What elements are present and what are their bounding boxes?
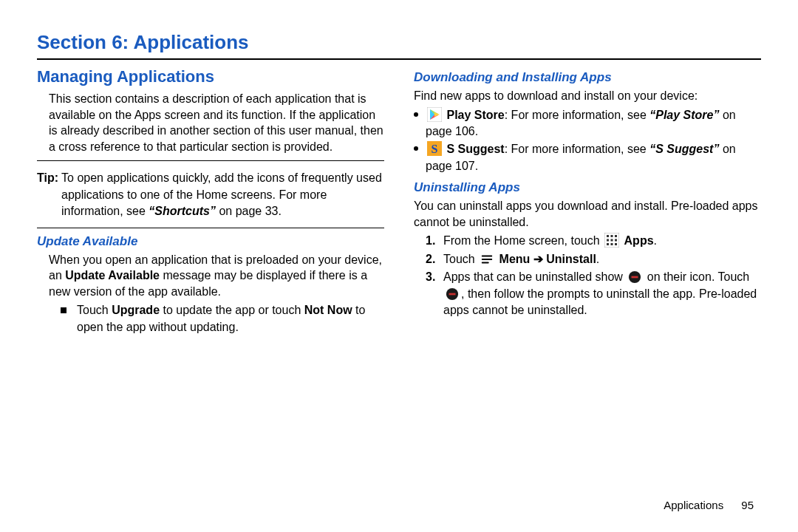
uninstall-intro: You can uninstall apps you download and … [414, 198, 761, 230]
play-store-bullet: Play Store: For more information, see “P… [414, 107, 761, 140]
tip-block: Tip: To open applications quickly, add t… [37, 167, 384, 221]
uninstall-badge-icon [627, 270, 642, 284]
intro-paragraph: This section contains a description of e… [37, 91, 384, 154]
heading-update-available: Update Available [37, 234, 384, 249]
section-title: Section 6: Applications [37, 31, 761, 54]
play-store-icon [427, 107, 442, 122]
step-3: 3. Apps that can be uninstalled show on … [426, 269, 761, 318]
s-suggest-bullet: S S Suggest: For more information, see “… [414, 141, 761, 174]
svg-rect-12 [611, 239, 613, 242]
play-store-ref: “Play Store” [649, 109, 719, 121]
svg-rect-9 [611, 235, 613, 237]
svg-rect-15 [611, 243, 613, 245]
update-bullet: Touch Upgrade to update the app or touch… [61, 302, 384, 335]
square-bullet-icon [61, 307, 66, 313]
heading-uninstalling: Uninstalling Apps [414, 180, 761, 195]
svg-rect-14 [607, 243, 609, 245]
heading-downloading: Downloading and Installing Apps [414, 70, 761, 85]
svg-rect-16 [615, 243, 617, 245]
apps-grid-icon [604, 233, 619, 248]
bullet-icon [414, 112, 418, 117]
bullet-icon [414, 146, 418, 151]
divider [37, 58, 761, 60]
svg-text:S: S [432, 143, 438, 155]
svg-rect-10 [615, 235, 617, 237]
page-number: 95 [741, 499, 754, 511]
step-1: 1. From the Home screen, touch Apps. [426, 233, 761, 249]
page-footer: Applications 95 [664, 499, 754, 511]
heading-managing-apps: Managing Applications [37, 67, 384, 86]
right-column: Downloading and Installing Apps Find new… [414, 64, 761, 337]
left-column: Managing Applications This section conta… [37, 64, 384, 337]
download-intro: Find new apps to download and install on… [414, 88, 761, 104]
svg-rect-8 [607, 235, 609, 237]
shortcuts-ref: “Shortcuts” [149, 205, 216, 217]
uninstall-badge-icon [445, 287, 460, 301]
footer-label: Applications [664, 499, 723, 511]
svg-rect-21 [632, 276, 638, 279]
step-2: 2. Touch Menu ➔ Uninstall. [426, 251, 761, 267]
update-paragraph: When you open an application that is pre… [37, 252, 384, 300]
tip-body: To open applications quickly, add the ic… [61, 170, 384, 219]
svg-rect-23 [449, 293, 456, 295]
divider [37, 160, 384, 161]
svg-rect-13 [615, 239, 617, 242]
s-suggest-ref: “S Suggest” [649, 143, 719, 155]
svg-rect-11 [607, 239, 609, 242]
menu-icon [480, 252, 494, 267]
s-suggest-icon: S [427, 141, 442, 156]
tip-label: Tip: [37, 170, 58, 219]
divider [37, 228, 384, 228]
